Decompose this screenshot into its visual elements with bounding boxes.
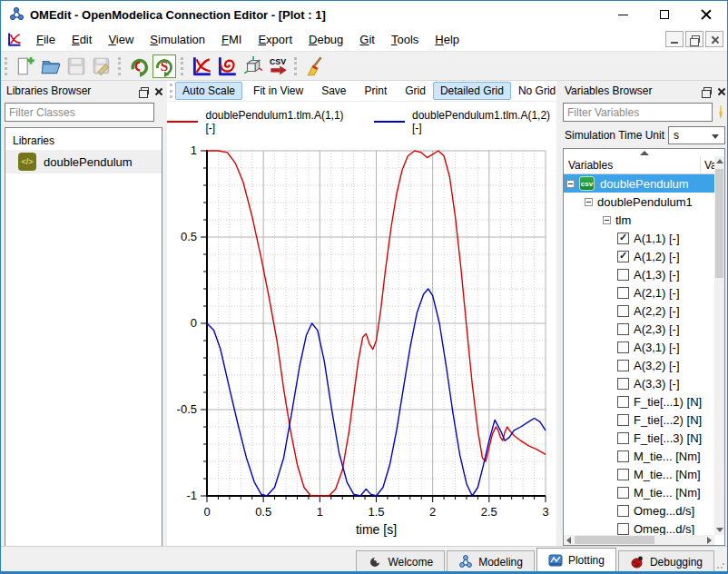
library-item-doublependulum[interactable]: </> doublePendulum	[5, 150, 162, 173]
variable-row[interactable]: M_tie... [Nm]	[564, 465, 714, 483]
tab-debugging[interactable]: Debugging	[618, 550, 714, 572]
scroll-up-indicator[interactable]	[564, 149, 724, 156]
menu-git[interactable]: Git	[351, 29, 383, 50]
scrollbar-down-icon[interactable]	[716, 528, 723, 532]
checkbox[interactable]	[617, 523, 629, 535]
detailed-grid-button[interactable]: Detailed Grid	[433, 82, 511, 100]
checkbox[interactable]	[617, 414, 629, 426]
clear-plot-window-button[interactable]	[302, 54, 328, 79]
scrollbar-right-icon[interactable]	[707, 537, 712, 544]
plot-canvas[interactable]: 00.511.522.5310.50-0.5-1time [s]	[167, 142, 556, 546]
collapse-icon[interactable]	[566, 180, 575, 188]
re-simulate-setup-button[interactable]: S	[152, 54, 177, 79]
resize-grip[interactable]	[716, 560, 725, 569]
collapse-icon[interactable]	[585, 198, 593, 206]
variable-row[interactable]: F_tie[...2) [N]	[564, 411, 714, 429]
export-csv-button[interactable]: CSV	[265, 54, 290, 79]
checkbox[interactable]	[617, 287, 629, 299]
filter-options-arrow-icon[interactable]	[719, 105, 723, 119]
checkbox[interactable]	[617, 469, 629, 480]
variable-row[interactable]: A(2,3) [-]	[564, 320, 714, 338]
grid-button[interactable]: Grid	[398, 82, 433, 100]
checkbox[interactable]	[617, 378, 629, 390]
close-button[interactable]	[685, 1, 727, 28]
variable-row[interactable]: A(3,1) [-]	[564, 338, 714, 356]
collapse-icon[interactable]	[603, 216, 611, 224]
toolbar-handle[interactable]	[181, 57, 185, 75]
variable-row[interactable]: A(1,3) [-]	[564, 265, 714, 283]
auto-scale-button[interactable]: Auto Scale	[175, 82, 242, 100]
variable-row[interactable]: F_tie[...1) [N]	[564, 392, 714, 411]
tab-welcome[interactable]: Welcome	[356, 550, 445, 572]
scrollbar-thumb[interactable]	[575, 536, 654, 544]
menu-simulation[interactable]: Simulation	[142, 29, 213, 50]
checkbox[interactable]	[617, 450, 629, 462]
menu-tools[interactable]: Tools	[383, 29, 427, 50]
menu-view[interactable]: View	[100, 29, 142, 50]
plot-toolbar-handle[interactable]	[170, 84, 172, 98]
filter-variables-input[interactable]	[563, 103, 713, 122]
filter-classes-input[interactable]	[5, 103, 154, 122]
checkbox[interactable]	[617, 432, 629, 444]
save-as-button[interactable]	[89, 54, 114, 79]
checkbox[interactable]	[617, 323, 629, 335]
fit-in-view-button[interactable]: Fit in View	[246, 82, 310, 100]
scrollbar-thumb[interactable]	[715, 169, 723, 278]
menu-help[interactable]: Help	[427, 29, 467, 50]
variable-row[interactable]: A(3,2) [-]	[564, 356, 714, 374]
menu-file[interactable]: File	[28, 29, 64, 50]
new-plot-window-button[interactable]	[189, 54, 214, 79]
save-button[interactable]	[64, 54, 89, 79]
variable-row[interactable]: A(3,3) [-]	[564, 374, 714, 392]
dock-close-icon[interactable]	[154, 87, 162, 95]
checkbox-checked[interactable]	[617, 251, 629, 262]
horizontal-scrollbar[interactable]	[564, 535, 714, 545]
variable-row[interactable]: A(2,1) [-]	[564, 283, 714, 302]
menu-debug[interactable]: Debug	[300, 29, 351, 50]
variable-row-doublependulum1[interactable]: doublePendulum1	[564, 193, 714, 211]
toolbar-handle[interactable]	[5, 57, 9, 75]
variable-row[interactable]: A(1,1) [-]	[564, 229, 714, 247]
maximize-button[interactable]	[644, 1, 685, 28]
column-variables[interactable]: Variables	[564, 156, 701, 173]
mdi-restore-button[interactable]	[685, 31, 703, 47]
dock-close-icon[interactable]	[717, 87, 725, 95]
tab-plotting[interactable]: Plotting	[536, 548, 616, 572]
toolbar-handle[interactable]	[118, 57, 123, 75]
toolbar-handle[interactable]	[294, 57, 299, 75]
menu-export[interactable]: Export	[250, 29, 300, 50]
mdi-close-button[interactable]	[705, 31, 723, 47]
variable-row-doublependulum[interactable]: csv doublePendulum	[564, 174, 714, 193]
checkbox[interactable]	[617, 341, 629, 353]
legend-entry[interactable]: doublePendulum1.tlm.A(1,2) [-]	[374, 109, 557, 134]
checkbox-checked[interactable]	[617, 233, 629, 244]
open-file-button[interactable]	[38, 54, 64, 79]
legend-entry[interactable]: doublePendulum1.tlm.A(1,1) [-]	[167, 109, 350, 134]
no-grid-button[interactable]: No Grid	[511, 82, 563, 100]
save-plot-button[interactable]: Save	[314, 82, 353, 100]
variable-row[interactable]: A(2,2) [-]	[564, 302, 714, 320]
new-modelica-class-button[interactable]	[13, 54, 38, 79]
minimize-button[interactable]	[602, 1, 644, 28]
variable-row[interactable]: M_tie... [Nm]	[564, 483, 714, 501]
mdi-minimize-button[interactable]	[665, 31, 684, 47]
tab-modeling[interactable]: Modeling	[447, 550, 535, 572]
checkbox[interactable]	[617, 360, 629, 371]
dock-float-icon[interactable]	[703, 87, 712, 94]
variable-row[interactable]: F_tie[...3) [N]	[564, 429, 714, 447]
vertical-scrollbar[interactable]	[714, 156, 724, 535]
scrollbar-up-icon[interactable]	[716, 159, 723, 163]
variable-row[interactable]: Omeg...d/s]	[564, 501, 714, 520]
variable-row[interactable]: A(1,2) [-]	[564, 247, 714, 265]
new-parametric-plot-button[interactable]	[214, 54, 240, 79]
menu-edit[interactable]: Edit	[64, 29, 100, 50]
checkbox[interactable]	[617, 269, 629, 281]
new-animation-window-button[interactable]	[240, 54, 265, 79]
print-plot-button[interactable]: Print	[358, 82, 395, 100]
variables-column-headers[interactable]: Variables Va	[564, 156, 724, 174]
scrollbar-left-icon[interactable]	[566, 537, 571, 544]
variable-row-tlm[interactable]: tlm	[564, 211, 714, 229]
menu-fmi[interactable]: FMI	[213, 29, 250, 50]
re-simulate-button[interactable]	[126, 54, 152, 79]
dock-float-icon[interactable]	[141, 87, 149, 94]
